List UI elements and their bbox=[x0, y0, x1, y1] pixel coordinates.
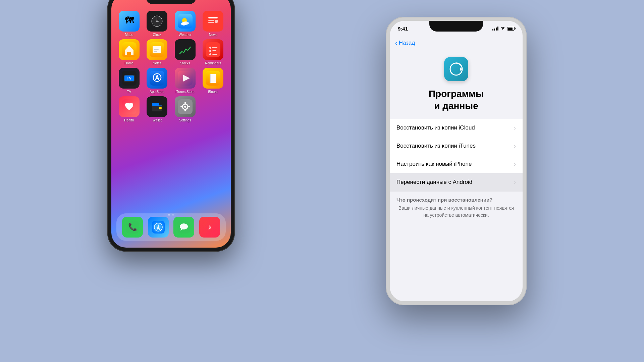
home-label: Home bbox=[124, 61, 133, 65]
status-time: 9:41 bbox=[398, 25, 408, 32]
dock-phone[interactable]: 📞 bbox=[122, 217, 143, 238]
iphone-right: 9:41 bbox=[386, 17, 527, 305]
svg-rect-12 bbox=[208, 17, 218, 18]
status-icons bbox=[492, 25, 515, 31]
svg-point-48 bbox=[159, 107, 162, 109]
wallet-label: Wallet bbox=[153, 118, 162, 122]
menu-item-setup-new[interactable]: Настроить как новый iPhone › bbox=[390, 155, 523, 173]
tv-label: TV bbox=[127, 90, 131, 94]
settings-list: Восстановить из копии iCloud › Восстанов… bbox=[390, 119, 523, 192]
svg-text:Ⓐ: Ⓐ bbox=[153, 73, 162, 83]
app-icon-notes[interactable]: Notes bbox=[145, 39, 170, 65]
app-icon-tv[interactable]: TV TV bbox=[116, 68, 142, 94]
news-label: News bbox=[209, 33, 217, 37]
svg-rect-21 bbox=[154, 48, 160, 48]
itunes-icon-img bbox=[175, 68, 196, 89]
health-label: Health bbox=[124, 118, 134, 122]
app-icon-ibooks[interactable]: iBooks bbox=[201, 68, 226, 94]
menu-item-migrate-android[interactable]: Перенести данные с Android › bbox=[390, 173, 523, 192]
reminders-icon-img bbox=[203, 39, 223, 60]
health-icon-img bbox=[119, 96, 140, 117]
svg-rect-22 bbox=[154, 49, 159, 50]
stocks-icon-img bbox=[175, 39, 196, 60]
tv-icon-img: TV bbox=[119, 68, 140, 89]
svg-text:🗺: 🗺 bbox=[125, 15, 134, 25]
svg-rect-27 bbox=[212, 47, 217, 48]
phone-icon-img: 📞 bbox=[122, 217, 143, 238]
info-title: Что происходит при восстановлении? bbox=[396, 197, 516, 203]
signal-bar-2 bbox=[494, 29, 495, 31]
battery-fill bbox=[508, 28, 513, 30]
signal-bar-1 bbox=[492, 29, 493, 31]
svg-rect-31 bbox=[212, 54, 217, 55]
music-icon-img: ♪ bbox=[199, 217, 220, 238]
safari-icon-img bbox=[148, 217, 169, 238]
svg-rect-15 bbox=[215, 20, 218, 23]
app-icon-itunes[interactable]: iTunes Store bbox=[172, 68, 198, 94]
app-icon-wallet[interactable]: Wallet bbox=[145, 96, 170, 122]
clock-icon-img bbox=[147, 11, 167, 32]
settings-content: Программыи данные Восстановить из копии … bbox=[390, 50, 523, 301]
wifi-icon bbox=[500, 26, 505, 31]
dock-safari[interactable] bbox=[148, 217, 169, 238]
ibooks-label: iBooks bbox=[208, 90, 218, 94]
notes-label: Notes bbox=[153, 61, 161, 65]
signal-bar-4 bbox=[497, 27, 498, 31]
nav-bar: ‹ Назад bbox=[390, 36, 523, 50]
chevron-icon-3: › bbox=[514, 179, 516, 186]
svg-rect-18 bbox=[127, 52, 131, 55]
ibooks-icon-img bbox=[203, 68, 223, 89]
app-icon-weather[interactable]: Weather bbox=[172, 11, 198, 37]
battery-icon bbox=[507, 27, 515, 31]
app-icon-news[interactable]: News bbox=[201, 11, 226, 37]
notes-icon-img bbox=[147, 39, 167, 60]
signal-bars bbox=[492, 27, 498, 31]
menu-item-restore-itunes-label: Восстановить из копии iTunes bbox=[396, 143, 476, 149]
wallet-icon-img bbox=[147, 96, 167, 117]
back-chevron-icon: ‹ bbox=[395, 40, 397, 46]
app-icon-stocks[interactable]: Stocks bbox=[172, 39, 198, 65]
page-title: Программыи данные bbox=[390, 85, 523, 119]
settings-label: Settings bbox=[179, 118, 191, 122]
menu-item-setup-new-label: Настроить как новый iPhone bbox=[396, 161, 472, 167]
svg-point-62 bbox=[180, 223, 188, 229]
scene: 🗺 Maps Clock bbox=[0, 0, 644, 362]
page-title-text: Программыи данные bbox=[429, 89, 484, 111]
svg-rect-13 bbox=[208, 20, 214, 21]
svg-rect-54 bbox=[180, 106, 182, 107]
menu-item-restore-icloud[interactable]: Восстановить из копии iCloud › bbox=[390, 119, 523, 137]
chevron-icon-2: › bbox=[514, 161, 516, 168]
svg-text:♪: ♪ bbox=[208, 223, 211, 231]
svg-rect-23 bbox=[154, 51, 157, 52]
app-icon-maps[interactable]: 🗺 Maps bbox=[116, 11, 142, 37]
back-button[interactable]: ‹ Назад bbox=[395, 40, 415, 46]
app-icon-clock[interactable]: Clock bbox=[145, 11, 170, 37]
messages-icon-img bbox=[173, 217, 194, 238]
settings-icon-img bbox=[175, 96, 196, 117]
itunes-label: iTunes Store bbox=[176, 90, 195, 94]
appstore-icon-img: Ⓐ bbox=[147, 68, 167, 89]
app-icon-appstore[interactable]: Ⓐ App Store bbox=[145, 68, 170, 94]
iphone-left-screen: 🗺 Maps Clock bbox=[111, 0, 231, 248]
app-icon-home[interactable]: Home bbox=[116, 39, 142, 65]
menu-item-restore-icloud-label: Восстановить из копии iCloud bbox=[396, 124, 475, 131]
svg-point-6 bbox=[156, 20, 158, 22]
app-icon-reminders[interactable]: Reminders bbox=[201, 39, 226, 65]
iphone-left: 🗺 Maps Clock bbox=[107, 0, 235, 252]
svg-text:TV: TV bbox=[127, 76, 132, 80]
dock-music[interactable]: ♪ bbox=[199, 217, 220, 238]
clock-label: Clock bbox=[153, 33, 161, 37]
signal-bar-3 bbox=[496, 28, 497, 31]
svg-rect-53 bbox=[184, 109, 186, 111]
menu-item-restore-itunes[interactable]: Восстановить из копии iTunes › bbox=[390, 137, 523, 155]
app-icon-empty bbox=[201, 96, 226, 122]
dock-messages[interactable] bbox=[173, 217, 194, 238]
empty-slot bbox=[203, 96, 223, 117]
settings-icon-area bbox=[390, 50, 523, 85]
chevron-icon-0: › bbox=[514, 124, 516, 132]
svg-point-26 bbox=[209, 47, 211, 49]
app-icon-health[interactable]: Health bbox=[116, 96, 142, 122]
iphone-right-screen: 9:41 bbox=[390, 21, 523, 301]
maps-icon: 🗺 bbox=[119, 11, 140, 32]
app-icon-settings[interactable]: Settings bbox=[172, 96, 198, 122]
